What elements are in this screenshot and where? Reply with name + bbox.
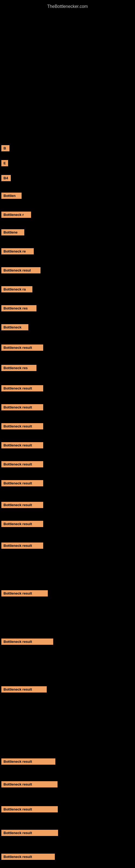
bottleneck-result-label: Bottleneck result xyxy=(1,461,43,467)
bottleneck-result-label: Bottleneck result xyxy=(1,686,47,692)
bottleneck-result-label: Bottleneck result xyxy=(1,830,58,836)
bottleneck-result-label: Bottleneck ra xyxy=(1,286,32,292)
bottleneck-result-label: Bottleneck result xyxy=(1,806,58,812)
bottleneck-result-label: Bottleneck result xyxy=(1,404,43,410)
bottleneck-result-label: Bottleneck result xyxy=(1,758,55,765)
site-title: TheBottlenecker.com xyxy=(0,1,135,12)
bottleneck-result-label: Bottleneck result xyxy=(1,502,43,508)
bottleneck-result-label: B xyxy=(1,145,9,151)
bottleneck-result-label: Bottleneck result xyxy=(1,385,43,392)
bottleneck-result-label: Bottleneck result xyxy=(1,781,57,787)
bottleneck-result-label: Bottleneck result xyxy=(1,344,43,351)
bottleneck-result-label: E xyxy=(1,160,8,166)
bottleneck-result-label: Bottleneck result xyxy=(1,590,48,596)
bottleneck-result-label: Bottleneck result xyxy=(1,854,55,860)
bottleneck-result-label: Bottlen xyxy=(1,193,21,199)
bottleneck-result-label: Bottlene xyxy=(1,229,24,236)
bottleneck-result-label: Bottleneck r xyxy=(1,212,31,218)
bottleneck-result-label: Bottleneck xyxy=(1,324,28,330)
bottleneck-result-label: Bottleneck result xyxy=(1,423,43,429)
bottleneck-result-label: Bottleneck result xyxy=(1,542,43,549)
bottleneck-result-label: Bottleneck result xyxy=(1,521,43,527)
bottleneck-result-label: B4 xyxy=(1,175,11,181)
bottleneck-result-label: Bottleneck resul xyxy=(1,267,41,273)
bottleneck-result-label: Bottleneck res xyxy=(1,305,37,311)
bottleneck-result-label: Bottleneck re xyxy=(1,248,34,254)
bottleneck-result-label: Bottleneck result xyxy=(1,639,53,645)
bottleneck-result-label: Bottleneck res xyxy=(1,365,37,371)
bottleneck-result-label: Bottleneck result xyxy=(1,442,43,448)
bottleneck-result-label: Bottleneck result xyxy=(1,480,43,486)
